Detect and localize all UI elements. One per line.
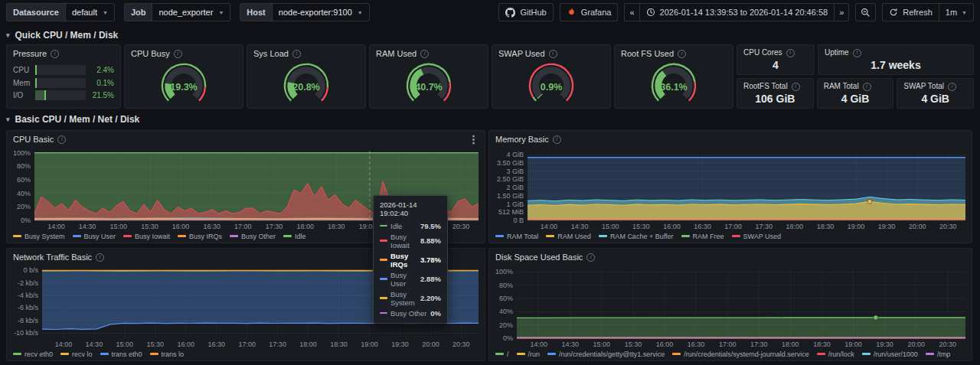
grafana-icon [567,8,577,18]
svg-text:1 GiB: 1 GiB [506,200,524,208]
legend-item-run[interactable]: /run [517,350,541,358]
legend-item-tmp[interactable]: /tmp [926,350,951,358]
disk-space-chart[interactable]: 100%80%60%40%20%0%14:0014:3015:0015:3016… [489,264,972,360]
panel-pressure: Pressure i CPU2.4%Mem0.1%I/O21.5% [6,44,121,109]
tooltip-series-value: 2.88% [420,275,441,283]
legend-item-trans-eth0[interactable]: trans eth0 [100,350,142,358]
variable-control-job[interactable]: Jobnode_exporter▼ [124,3,230,21]
info-icon[interactable]: i [553,135,561,144]
svg-text:3.50 GiB: 3.50 GiB [497,159,524,167]
svg-text:14:30: 14:30 [571,223,589,230]
legend-item-busy-user[interactable]: Busy User [73,233,116,240]
chart-legend: recv eth0recv lotrans eth0trans lo [7,349,485,360]
panel-header[interactable]: RAM Total i [818,79,893,92]
legend-item-ram-total[interactable]: RAM Total [495,233,538,240]
svg-text:16:30: 16:30 [207,341,225,348]
panel-menu-icon[interactable] [468,134,479,145]
variable-control-host[interactable]: Hostnode-exporter:9100▼ [240,3,369,21]
memory-basic-chart[interactable]: 4 GiB3.50 GiB3 GiB2.50 GiB2 GiB1.50 GiB1… [489,146,972,243]
time-shift-back-button[interactable]: « [624,3,639,21]
panel-header[interactable]: CPU Busyi [125,45,243,60]
variable-value-dropdown[interactable]: node_exporter▼ [152,4,230,21]
section-header-quick[interactable]: ▾ Quick CPU / Mem / Disk [0,24,980,44]
grafana-link-button[interactable]: Grafana [560,3,619,21]
info-icon[interactable]: i [96,253,104,262]
panel-header[interactable]: Pressure i [7,45,120,60]
svg-text:17:30: 17:30 [266,223,283,230]
panel-header[interactable]: RAM Usedi [370,45,488,60]
tooltip-row-idle: Idle79.5% [380,220,441,231]
legend-item-run-credentials-getty-tty1-service[interactable]: /run/credentials/getty@tty1.service [547,350,665,358]
chart-svg-disk-space-used-basic[interactable]: 100%80%60%40%20%0%14:0014:3015:0015:3016… [489,264,972,349]
info-icon[interactable]: i [549,50,557,58]
zoom-out-button[interactable] [855,3,876,21]
refresh-button[interactable]: Refresh [882,3,939,21]
panel-header[interactable]: SWAP Usedi [492,45,610,60]
info-icon[interactable]: i [586,253,595,262]
zoom-out-icon [861,8,871,18]
legend-item-busy-other[interactable]: Busy Other [230,233,276,240]
legend-item-run-lock[interactable]: /run/lock [817,350,854,358]
chart-svg-memory-basic[interactable]: 4 GiB3.50 GiB3 GiB2.50 GiB2 GiB1.50 GiB1… [489,146,972,231]
legend-item-ram-free[interactable]: RAM Free [681,233,724,240]
svg-text:20.8%: 20.8% [292,82,320,93]
series-color-swatch [73,235,81,237]
info-icon[interactable]: i [853,49,861,57]
variable-value-dropdown[interactable]: default▼ [66,4,114,21]
legend-item-busy-irqs[interactable]: Busy IRQs [178,233,222,240]
svg-text:20:30: 20:30 [452,223,470,230]
panel-header[interactable]: SWAP Total i [897,79,973,92]
variable-control-datasource[interactable]: Datasourcedefault▼ [6,3,115,21]
row-charts-1: CPU Basic i 100%80%60%40%20%0%14:0014:30… [0,130,980,243]
legend-item-recv-eth0[interactable]: recv eth0 [13,350,53,358]
gauge: 40.7% [370,60,488,108]
info-icon[interactable]: i [57,135,66,144]
time-shift-forward-button[interactable]: » [834,3,849,21]
legend-item-idle[interactable]: Idle [283,233,306,240]
toolbar-controls: GitHub Grafana « 2026-01-14 13:39:53 to … [498,3,974,21]
time-range-picker[interactable]: 2026-01-14 13:39:53 to 2026-01-14 20:46:… [639,3,835,21]
panel-header[interactable]: Disk Space Used Basic i [489,249,972,264]
info-icon[interactable]: i [786,49,795,57]
svg-text:16:30: 16:30 [203,223,220,230]
refresh-label: Refresh [903,8,933,17]
legend-item-trans-lo[interactable]: trans lo [150,350,185,358]
info-icon[interactable]: i [292,50,301,58]
panel-header[interactable]: Root FS Usedi [615,45,733,60]
info-icon[interactable]: i [948,83,956,91]
panel-header[interactable]: CPU Basic i [7,131,485,146]
svg-text:40%: 40% [17,190,31,197]
legend-item-run-user-1000[interactable]: /run/user/1000 [862,350,918,358]
info-icon[interactable]: i [792,83,800,91]
svg-text:18:30: 18:30 [817,223,835,230]
legend-item-[interactable]: / [495,350,509,358]
legend-item-swap-used[interactable]: SWAP Used [732,233,782,240]
panel-header[interactable]: CPU Cores i [737,45,814,58]
legend-item-busy-iowait[interactable]: Busy Iowait [123,233,170,240]
legend-label: Busy IRQs [189,233,222,240]
svg-text:15:00: 15:00 [602,223,619,230]
info-icon[interactable]: i [678,50,686,58]
svg-text:20%: 20% [499,321,513,329]
panel-header[interactable]: Sys Loadi [247,45,365,60]
svg-text:14:30: 14:30 [79,223,96,230]
variable-value-dropdown[interactable]: node-exporter:9100▼ [273,4,369,21]
info-icon[interactable]: i [863,83,871,91]
legend-item-busy-system[interactable]: Busy System [13,233,65,240]
panel-header[interactable]: Uptime i [818,45,973,58]
github-link-button[interactable]: GitHub [498,3,553,21]
section-header-basic[interactable]: ▾ Basic CPU / Mem / Net / Disk [0,109,980,129]
panel-header[interactable]: Memory Basic i [489,131,972,146]
legend-item-run-credentials-systemd-journald-service[interactable]: /run/credentials/systemd-journald.servic… [672,350,809,358]
legend-item-recv-lo[interactable]: recv lo [60,350,93,358]
panel-memory-basic: Memory Basic i 4 GiB3.50 GiB3 GiB2.50 Gi… [488,130,972,243]
info-icon[interactable]: i [420,50,429,58]
legend-item-ram-cache-buffer[interactable]: RAM Cache + Buffer [599,233,674,240]
refresh-interval-dropdown[interactable]: 1m ▼ [939,3,974,21]
stat-panels: CPU Cores i 4 Uptime i 1.7 weeks RootF [737,44,974,109]
legend-item-ram-used[interactable]: RAM Used [546,233,591,240]
info-icon[interactable]: i [51,50,59,58]
panel-header[interactable]: RootFS Total i [737,79,813,92]
panel-title: SWAP Total [903,81,944,92]
info-icon[interactable]: i [174,50,182,58]
